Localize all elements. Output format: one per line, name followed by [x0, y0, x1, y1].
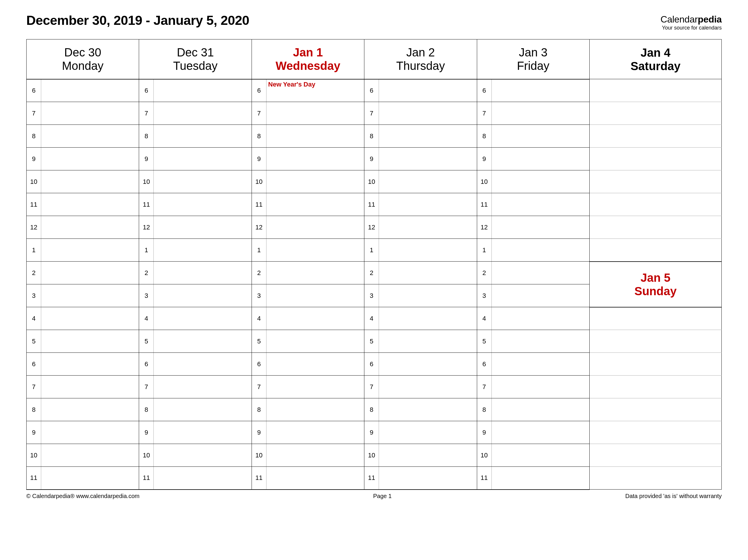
- hour-cell[interactable]: 12: [139, 216, 252, 239]
- sunday-cell[interactable]: [589, 353, 721, 376]
- hour-cell[interactable]: 8: [477, 398, 589, 421]
- saturday-cell[interactable]: [589, 170, 721, 193]
- hour-cell[interactable]: 9: [477, 147, 589, 170]
- hour-cell[interactable]: 9: [252, 421, 364, 444]
- hour-cell[interactable]: 9: [252, 147, 364, 170]
- hour-cell[interactable]: 2: [252, 262, 364, 284]
- hour-cell[interactable]: 1: [477, 239, 589, 262]
- hour-cell[interactable]: 10: [139, 170, 252, 193]
- sunday-cell[interactable]: [589, 421, 721, 444]
- hour-cell[interactable]: 3: [364, 284, 477, 307]
- hour-cell[interactable]: 8: [27, 125, 139, 147]
- hour-cell[interactable]: 1: [364, 239, 477, 262]
- hour-cell[interactable]: 6: [252, 353, 364, 376]
- hour-cell[interactable]: 10: [364, 170, 477, 193]
- hour-cell[interactable]: 7: [477, 102, 589, 125]
- hour-cell[interactable]: 5: [477, 330, 589, 353]
- hour-cell[interactable]: 3: [477, 284, 589, 307]
- sunday-cell[interactable]: [589, 398, 721, 421]
- hour-cell[interactable]: 3: [252, 284, 364, 307]
- hour-cell[interactable]: 8: [27, 398, 139, 421]
- hour-cell[interactable]: 9: [139, 421, 252, 444]
- hour-cell[interactable]: 7: [252, 376, 364, 398]
- hour-cell[interactable]: 12: [477, 216, 589, 239]
- hour-cell[interactable]: 3: [27, 284, 139, 307]
- hour-cell[interactable]: 2: [139, 262, 252, 284]
- hour-cell[interactable]: 6: [364, 353, 477, 376]
- hour-cell[interactable]: 9: [477, 421, 589, 444]
- hour-cell[interactable]: 11: [139, 193, 252, 216]
- hour-cell[interactable]: 9: [364, 421, 477, 444]
- hour-cell[interactable]: 10: [477, 444, 589, 467]
- hour-cell[interactable]: 12: [364, 216, 477, 239]
- hour-cell[interactable]: 12: [252, 216, 364, 239]
- hour-cell[interactable]: 10: [27, 170, 139, 193]
- hour-cell[interactable]: 2: [477, 262, 589, 284]
- sunday-cell[interactable]: [589, 444, 721, 467]
- hour-cell[interactable]: 8: [139, 398, 252, 421]
- hour-cell[interactable]: 6: [364, 79, 477, 102]
- hour-cell[interactable]: 11: [364, 467, 477, 490]
- hour-cell[interactable]: 2: [364, 262, 477, 284]
- hour-cell[interactable]: 5: [252, 330, 364, 353]
- hour-cell[interactable]: 6: [27, 79, 139, 102]
- hour-cell[interactable]: 5: [364, 330, 477, 353]
- hour-cell[interactable]: 6: [477, 79, 589, 102]
- saturday-cell[interactable]: [589, 125, 721, 147]
- hour-cell[interactable]: 4: [252, 307, 364, 330]
- hour-cell[interactable]: 1: [27, 239, 139, 262]
- hour-cell[interactable]: 10: [252, 444, 364, 467]
- hour-cell[interactable]: 10: [477, 170, 589, 193]
- hour-cell[interactable]: 4: [27, 307, 139, 330]
- hour-cell[interactable]: 10: [364, 444, 477, 467]
- hour-cell[interactable]: 3: [139, 284, 252, 307]
- hour-cell[interactable]: 6New Year's Day: [252, 79, 364, 102]
- hour-cell[interactable]: 9: [27, 147, 139, 170]
- hour-cell[interactable]: 11: [139, 467, 252, 490]
- hour-cell[interactable]: 5: [27, 330, 139, 353]
- hour-cell[interactable]: 8: [252, 398, 364, 421]
- hour-cell[interactable]: 11: [27, 193, 139, 216]
- hour-cell[interactable]: 7: [477, 376, 589, 398]
- hour-cell[interactable]: 6: [139, 353, 252, 376]
- hour-cell[interactable]: 7: [252, 102, 364, 125]
- hour-cell[interactable]: 11: [364, 193, 477, 216]
- hour-cell[interactable]: 9: [364, 147, 477, 170]
- hour-cell[interactable]: 1: [139, 239, 252, 262]
- sunday-cell[interactable]: [589, 330, 721, 353]
- saturday-cell[interactable]: [589, 147, 721, 170]
- hour-cell[interactable]: 4: [364, 307, 477, 330]
- sunday-cell[interactable]: [589, 467, 721, 490]
- hour-cell[interactable]: 7: [364, 376, 477, 398]
- saturday-cell[interactable]: [589, 239, 721, 262]
- hour-cell[interactable]: 1: [252, 239, 364, 262]
- sunday-cell[interactable]: [589, 376, 721, 398]
- hour-cell[interactable]: 8: [139, 125, 252, 147]
- hour-cell[interactable]: 11: [477, 193, 589, 216]
- hour-cell[interactable]: 4: [477, 307, 589, 330]
- hour-cell[interactable]: 8: [364, 398, 477, 421]
- hour-cell[interactable]: 11: [27, 467, 139, 490]
- hour-cell[interactable]: 10: [252, 170, 364, 193]
- hour-cell[interactable]: 8: [477, 125, 589, 147]
- hour-cell[interactable]: 7: [364, 102, 477, 125]
- hour-cell[interactable]: 6: [27, 353, 139, 376]
- hour-cell[interactable]: 12: [27, 216, 139, 239]
- hour-cell[interactable]: 7: [139, 376, 252, 398]
- hour-cell[interactable]: 7: [27, 102, 139, 125]
- saturday-cell[interactable]: [589, 216, 721, 239]
- saturday-cell[interactable]: [589, 79, 721, 102]
- hour-cell[interactable]: 7: [139, 102, 252, 125]
- hour-cell[interactable]: 11: [252, 467, 364, 490]
- hour-cell[interactable]: 2: [27, 262, 139, 284]
- hour-cell[interactable]: 9: [139, 147, 252, 170]
- hour-cell[interactable]: 10: [27, 444, 139, 467]
- saturday-cell[interactable]: [589, 102, 721, 125]
- sunday-cell[interactable]: [589, 307, 721, 330]
- hour-cell[interactable]: 6: [477, 353, 589, 376]
- hour-cell[interactable]: 8: [252, 125, 364, 147]
- saturday-cell[interactable]: [589, 193, 721, 216]
- hour-cell[interactable]: 5: [139, 330, 252, 353]
- hour-cell[interactable]: 11: [477, 467, 589, 490]
- hour-cell[interactable]: 11: [252, 193, 364, 216]
